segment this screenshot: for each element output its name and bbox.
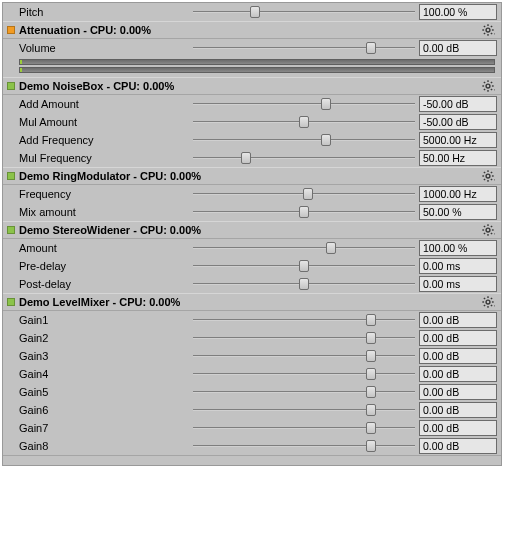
section-header-demo[interactable]: Demo StereoWidener - CPU: 0.00% , — [3, 221, 501, 239]
slider-track — [193, 409, 415, 411]
demo-add-amount-slider[interactable] — [193, 95, 415, 113]
param-label: Gain7 — [19, 422, 189, 434]
param-value-input[interactable]: 0.00 dB — [419, 40, 497, 56]
param-row-demo-mul-amount: Mul Amount -50.00 dB — [3, 113, 501, 131]
slider-thumb[interactable] — [299, 278, 309, 290]
slider-thumb[interactable] — [299, 116, 309, 128]
demo-post-delay-slider[interactable] — [193, 275, 415, 293]
param-label: Gain2 — [19, 332, 189, 344]
pitch-slider[interactable] — [193, 3, 415, 21]
slider-thumb[interactable] — [366, 440, 376, 452]
slider-track — [193, 11, 415, 13]
gear-icon[interactable]: , — [481, 23, 495, 37]
svg-line-15 — [484, 82, 485, 83]
slider-thumb[interactable] — [366, 332, 376, 344]
param-value-input[interactable]: 5000.00 Hz — [419, 132, 497, 148]
section-header-demo[interactable]: Demo RingModulator - CPU: 0.00% , — [3, 167, 501, 185]
param-row-pitch: Pitch 100.00 % — [3, 3, 501, 21]
demo-gain5-slider[interactable] — [193, 383, 415, 401]
section-header-demo[interactable]: Demo NoiseBox - CPU: 0.00% , — [3, 77, 501, 95]
param-value-input[interactable]: 100.00 % — [419, 240, 497, 256]
demo-gain6-slider[interactable] — [193, 401, 415, 419]
param-value-input[interactable]: -50.00 dB — [419, 114, 497, 130]
slider-thumb[interactable] — [303, 188, 313, 200]
section-color-square — [7, 226, 15, 234]
slider-track — [193, 157, 415, 159]
param-row-demo-gain3: Gain3 0.00 dB — [3, 347, 501, 365]
svg-line-28 — [484, 179, 485, 180]
section-header-attenuation[interactable]: Attenuation - CPU: 0.00% , — [3, 21, 501, 39]
param-label: Post-delay — [19, 278, 189, 290]
param-value-input[interactable]: 0.00 dB — [419, 384, 497, 400]
demo-gain1-slider[interactable] — [193, 311, 415, 329]
param-row-demo-gain5: Gain5 0.00 dB — [3, 383, 501, 401]
demo-pre-delay-slider[interactable] — [193, 257, 415, 275]
slider-thumb[interactable] — [326, 242, 336, 254]
param-value-input[interactable]: 0.00 dB — [419, 402, 497, 418]
param-value-input[interactable]: 0.00 dB — [419, 312, 497, 328]
demo-mul-amount-slider[interactable] — [193, 113, 415, 131]
param-value-input[interactable]: 0.00 ms — [419, 276, 497, 292]
param-label: Gain8 — [19, 440, 189, 452]
gear-icon[interactable]: , — [481, 169, 495, 183]
demo-gain4-slider[interactable] — [193, 365, 415, 383]
param-label: Gain6 — [19, 404, 189, 416]
section-color-square — [7, 172, 15, 180]
slider-thumb[interactable] — [366, 314, 376, 326]
demo-amount-slider[interactable] — [193, 239, 415, 257]
slider-thumb[interactable] — [321, 98, 331, 110]
slider-thumb[interactable] — [299, 260, 309, 272]
svg-line-27 — [491, 172, 492, 173]
slider-thumb[interactable] — [366, 422, 376, 434]
section-title: Demo RingModulator - CPU: 0.00% — [19, 170, 481, 182]
slider-thumb[interactable] — [250, 6, 260, 18]
demo-gain3-slider[interactable] — [193, 347, 415, 365]
vu-meter-block — [3, 57, 501, 77]
section-header-demo[interactable]: Demo LevelMixer - CPU: 0.00% , — [3, 293, 501, 311]
demo-add-frequency-slider[interactable] — [193, 131, 415, 149]
slider-thumb[interactable] — [366, 368, 376, 380]
slider-thumb[interactable] — [366, 386, 376, 398]
slider-thumb[interactable] — [366, 350, 376, 362]
slider-thumb[interactable] — [299, 206, 309, 218]
attenuation-volume-slider[interactable] — [193, 39, 415, 57]
svg-line-16 — [491, 89, 492, 90]
param-value-input[interactable]: 50.00 % — [419, 204, 497, 220]
slider-track — [193, 47, 415, 49]
svg-text:,: , — [494, 301, 495, 307]
demo-mix-amount-slider[interactable] — [193, 203, 415, 221]
demo-gain2-slider[interactable] — [193, 329, 415, 347]
param-value-input[interactable]: -50.00 dB — [419, 96, 497, 112]
slider-thumb[interactable] — [366, 42, 376, 54]
param-row-demo-add-frequency: Add Frequency 5000.00 Hz — [3, 131, 501, 149]
param-row-demo-gain4: Gain4 0.00 dB — [3, 365, 501, 383]
param-label: Mul Frequency — [19, 152, 189, 164]
svg-line-5 — [484, 26, 485, 27]
param-value-input[interactable]: 50.00 Hz — [419, 150, 497, 166]
gear-icon[interactable]: , — [481, 223, 495, 237]
demo-frequency-slider[interactable] — [193, 185, 415, 203]
gear-icon[interactable]: , — [481, 295, 495, 309]
slider-thumb[interactable] — [366, 404, 376, 416]
demo-mul-frequency-slider[interactable] — [193, 149, 415, 167]
svg-line-47 — [491, 298, 492, 299]
svg-point-10 — [486, 84, 490, 88]
param-value-input[interactable]: 0.00 dB — [419, 366, 497, 382]
param-row-demo-gain7: Gain7 0.00 dB — [3, 419, 501, 437]
demo-gain7-slider[interactable] — [193, 419, 415, 437]
param-value-input[interactable]: 0.00 ms — [419, 258, 497, 274]
param-value-input[interactable]: 100.00 % — [419, 4, 497, 20]
param-value-input[interactable]: 0.00 dB — [419, 348, 497, 364]
param-value-input[interactable]: 0.00 dB — [419, 330, 497, 346]
slider-track — [193, 319, 415, 321]
param-row-demo-gain8: Gain8 0.00 dB — [3, 437, 501, 455]
demo-gain8-slider[interactable] — [193, 437, 415, 455]
param-value-input[interactable]: 0.00 dB — [419, 420, 497, 436]
gear-icon[interactable]: , — [481, 79, 495, 93]
param-value-input[interactable]: 1000.00 Hz — [419, 186, 497, 202]
param-value-input[interactable]: 0.00 dB — [419, 438, 497, 454]
slider-thumb[interactable] — [321, 134, 331, 146]
svg-line-25 — [484, 172, 485, 173]
svg-text:,: , — [494, 229, 495, 235]
slider-thumb[interactable] — [241, 152, 251, 164]
